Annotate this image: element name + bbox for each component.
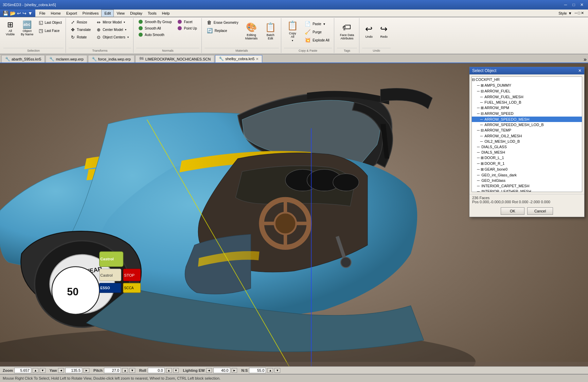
smooth-all-button[interactable]: Smooth All xyxy=(136,25,174,31)
zoom-value[interactable]: 5.657 xyxy=(14,368,31,373)
tree-item-dials_mesh[interactable]: ─ DIALS_MESH xyxy=(472,150,582,155)
tree-item-arrow_temp[interactable]: ─ ⊟ARROW_TEMP xyxy=(472,127,582,133)
dialog-ok-button[interactable]: OK xyxy=(501,207,524,215)
tree-item-cockpit_hr[interactable]: ⊟COCKPIT_HR xyxy=(472,77,582,83)
dialog-close-button[interactable]: ✕ xyxy=(578,68,582,73)
qa-open-button[interactable]: 📂 xyxy=(10,11,16,16)
dialog-cancel-button[interactable]: Cancel xyxy=(527,207,553,215)
dialog-tree[interactable]: ⊟COCKPIT_HR ─ ⊞AMPS_DUMMY ─ ⊟ARROW_FUEL … xyxy=(471,76,582,192)
tab-mclaren[interactable]: 🔧 mclaren.wep.erp xyxy=(46,55,87,63)
object-by-name-button[interactable]: 🔤 ObjectBy Name xyxy=(18,19,36,38)
tree-item-geo_intglass[interactable]: ─ GEO_IntGlass xyxy=(472,178,582,183)
tree-item-arrow_fuel_mesh[interactable]: ─ ARROW_FUEL_MESH xyxy=(472,94,582,100)
menu-help[interactable]: Help xyxy=(159,10,173,17)
tree-item-amps_dummy[interactable]: ─ ⊞AMPS_DUMMY xyxy=(472,83,582,88)
tab-abarth[interactable]: 🔧 abarth_595ss.kn5 xyxy=(1,55,45,63)
minimize-button[interactable]: ─ xyxy=(562,1,569,8)
ns-value[interactable]: 55.0 xyxy=(249,368,266,373)
tree-item-arrow_fuel[interactable]: ─ ⊟ARROW_FUEL xyxy=(472,88,582,94)
tree-item-arrow_speed[interactable]: ─ ⊟ARROW_SPEED xyxy=(472,111,582,117)
menu-primitives[interactable]: Primitives xyxy=(80,10,102,17)
lighting-prev-button[interactable]: ◄ xyxy=(206,368,212,373)
close-button[interactable]: ✕ xyxy=(578,1,585,8)
tab-limerockpark[interactable]: 🏁 LIMEROCKPARK_NOCHICANES.SCN xyxy=(135,55,214,63)
yaw-value[interactable]: 135.5 xyxy=(65,368,82,373)
purge-button[interactable]: 🧹 Purge xyxy=(302,28,332,36)
tree-item-oil2_mesh_lod_b[interactable]: ─ OIL2_MESH_LOD_B xyxy=(472,139,582,144)
pitch-up-button[interactable]: ▲ xyxy=(122,368,128,373)
tab-shelby-close[interactable]: ✕ xyxy=(256,57,259,61)
qa-redo-button[interactable]: ↪ xyxy=(22,11,26,16)
explode-all-button[interactable]: 💥 Explode All xyxy=(302,36,332,44)
mirror-model-button[interactable]: ⇔ Mirror Model ▾ xyxy=(94,19,131,26)
rotate-button[interactable]: ↻ Rotate xyxy=(69,34,93,41)
tree-item-interior_leather_mesh[interactable]: ─ INTERIOR_LEATHER_MESH xyxy=(472,189,582,192)
tab-force-india[interactable]: 🔧 force_india.wep.erp xyxy=(88,55,135,63)
qa-save-button[interactable]: 💾 xyxy=(3,11,8,16)
menu-tools[interactable]: Tools xyxy=(145,10,159,17)
redo-button[interactable]: ↪ Redo xyxy=(377,19,391,43)
lighting-value[interactable]: 40.0 xyxy=(213,368,230,373)
smooth-by-group-button[interactable]: Smooth By Group xyxy=(136,19,174,25)
inner-minimize[interactable]: ─ xyxy=(575,11,577,15)
erase-geometry-button[interactable]: 🗑 Erase Geometry xyxy=(204,19,241,26)
paste-button[interactable]: 📄 Paste ▾ xyxy=(302,20,332,28)
roll-up-button[interactable]: ▲ xyxy=(166,368,172,373)
roll-value[interactable]: 0.0 xyxy=(148,368,165,373)
tree-item-gear_bone0[interactable]: ─ ⊞GEAR_bone0 xyxy=(472,167,582,172)
tree-item-arrow_rpm[interactable]: ─ ⊞ARROW_RPM xyxy=(472,105,582,111)
batch-edit-button[interactable]: 📋 BatchEdit xyxy=(262,19,279,43)
inner-close[interactable]: ✕ xyxy=(581,11,584,15)
translate-button[interactable]: ✥ Translate xyxy=(69,26,93,33)
tree-item-interior_carpet_mesh[interactable]: ─ INTERIOR_CARPET_MESH xyxy=(472,183,582,189)
last-face-button[interactable]: ◳ Last Face xyxy=(37,27,64,34)
menu-file[interactable]: File xyxy=(37,10,48,17)
style-dropdown[interactable]: Style ▼ xyxy=(558,11,572,15)
editing-materials-button[interactable]: 🎨 EditingMaterials xyxy=(242,19,261,43)
tree-item-arrow_speedo_mesh[interactable]: ─ ARROW_SPEEDO_MESH xyxy=(472,117,582,122)
pitch-down-button[interactable]: ▼ xyxy=(129,368,135,373)
menu-display[interactable]: Display xyxy=(127,10,145,17)
zoom-up-button[interactable]: ▲ xyxy=(33,368,38,373)
last-object-button[interactable]: ◱ Last Object xyxy=(37,19,64,26)
all-visible-button[interactable]: ⊞ AllVisible xyxy=(3,19,17,38)
auto-smooth-button[interactable]: Auto Smooth xyxy=(136,32,174,38)
tree-item-dials_glass[interactable]: ─ DIALS_GLASS xyxy=(472,144,582,150)
tree-item-fuel_mesh_lod_b[interactable]: ─ FUEL_MESH_LOD_B xyxy=(472,100,582,105)
center-model-button[interactable]: ⊕ Center Model ▾ xyxy=(94,26,131,33)
qa-dropdown-button[interactable]: ▼ xyxy=(28,11,33,16)
inner-maximize[interactable]: □ xyxy=(578,11,580,15)
lighting-next-button[interactable]: ► xyxy=(232,368,237,373)
replace-button[interactable]: 🔄 Replace xyxy=(204,27,241,34)
undo-button[interactable]: ↩ Undo xyxy=(362,19,376,43)
tree-item-arrow_speedo_mesh_lod_b[interactable]: ─ ARROW_SPEEDO_MESH_LOD_B xyxy=(472,122,582,127)
pitch-value[interactable]: 27.0 xyxy=(104,368,121,373)
tree-item-door_l_1[interactable]: ─ ⊞DOOR_L_1 xyxy=(472,155,582,161)
maximize-button[interactable]: □ xyxy=(570,1,577,8)
qa-undo-button[interactable]: ↩ xyxy=(17,11,21,16)
facet-button[interactable]: Facet xyxy=(175,19,199,25)
tree-item-arrow_oil2_mesh[interactable]: ─ ARROW_OIL2_MESH xyxy=(472,133,582,139)
menu-export[interactable]: Export xyxy=(64,10,80,17)
ns-up-button[interactable]: ▲ xyxy=(267,368,273,373)
zoom-down-button[interactable]: ▼ xyxy=(40,368,46,373)
paste-icon: 📄 xyxy=(305,21,310,27)
yaw-prev-button[interactable]: ◄ xyxy=(58,368,64,373)
menu-edit[interactable]: Edit xyxy=(101,10,114,17)
tree-item-geo_int_glass_dark[interactable]: ─ GEO_int_Glass_dark xyxy=(472,172,582,178)
yaw-next-button[interactable]: ► xyxy=(84,368,89,373)
copy-all-button[interactable]: 📋 CopyAll ▾ xyxy=(284,19,301,44)
tabs-overflow-button[interactable]: » xyxy=(584,56,587,63)
dialog-title-bar[interactable]: Select Object ✕ xyxy=(469,67,584,74)
ns-down-button[interactable]: ▼ xyxy=(274,368,280,373)
menu-home[interactable]: Home xyxy=(48,10,64,17)
tree-item-door_r_1[interactable]: ─ ⊞DOOR_R_1 xyxy=(472,161,582,167)
menu-view[interactable]: View xyxy=(114,10,127,17)
resize-button[interactable]: ⤢ Resize xyxy=(69,19,93,26)
viewport[interactable]: GOODYEAR 50 Castrol Castrol STOP ESSO SC… xyxy=(0,63,588,366)
roll-down-button[interactable]: ▼ xyxy=(173,368,179,373)
point-up-button[interactable]: Point Up xyxy=(175,25,199,31)
object-centers-button[interactable]: ⊙ Object Centers ▾ xyxy=(94,34,131,41)
face-data-attributes-button[interactable]: 🏷 Face DataAttributes xyxy=(337,19,357,43)
tab-shelby[interactable]: 🔧 shelby_cobra.kn5 ✕ xyxy=(215,55,262,63)
